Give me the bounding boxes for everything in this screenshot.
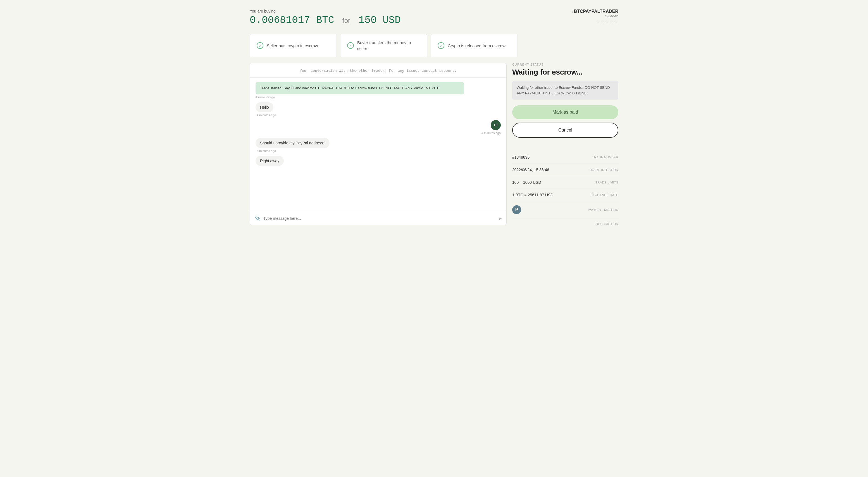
trader-country: Sweden (571, 14, 618, 18)
main-layout: Your conversation with the other trader.… (250, 63, 618, 229)
send-icon[interactable]: ➤ (498, 216, 502, 221)
payment-method-row: P PAYMENT METHOD (512, 201, 618, 218)
right-panel: CURRENT STATUS Waiting for escrow... Wai… (512, 63, 618, 229)
trade-info: #1348896 TRADE NUMBER 2022/06/24, 15:36:… (512, 151, 618, 229)
trade-limits-row: 100 – 1000 USD TRADE LIMITS (512, 176, 618, 189)
chat-input[interactable] (264, 216, 495, 221)
trader-stars: ☆☆☆☆☆ (571, 19, 618, 25)
status-section: CURRENT STATUS Waiting for escrow... Wai… (512, 63, 618, 151)
current-status-label: CURRENT STATUS (512, 63, 618, 66)
step-3-label: Crypto is released from escrow (448, 43, 505, 49)
trade-number-row: #1348896 TRADE NUMBER (512, 151, 618, 164)
trade-initiation-row: 2022/06/24, 15:36:46 TRADE INITIATION (512, 164, 618, 176)
trade-amount: 0.00681017 BTC for 150 USD (250, 14, 401, 26)
system-message-bubble: Trade started. Say Hi and wait for BTCPA… (255, 82, 464, 94)
trade-number-label: TRADE NUMBER (592, 156, 618, 159)
step-2-label: Buyer transfers the money to seller (357, 40, 420, 52)
system-message-time: 4 minutes ago (255, 96, 501, 99)
exchange-rate-row: 1 BTC = 25611.87 USD EXCHANGE RATE (512, 189, 618, 201)
bubble-hello: Hello (255, 102, 273, 112)
step-1-label: Seller puts crypto in escrow (267, 43, 318, 49)
message-right-away: Right away (255, 156, 501, 166)
trade-limits-label: TRADE LIMITS (595, 181, 618, 184)
bubble-hi-time: 4 minutes ago (482, 131, 501, 135)
escrow-notice: Waiting for other trader to Escrow Funds… (512, 81, 618, 100)
trader-name[interactable]: BTCPAYPALTRADER (571, 9, 618, 14)
header-right: BTCPAYPALTRADER Sweden ☆☆☆☆☆ (571, 9, 618, 25)
step-3-icon: ✓ (438, 42, 444, 49)
message-paypal: Should I provide my PayPal address? 4 mi… (255, 138, 501, 153)
step-card-3: ✓ Crypto is released from escrow (431, 34, 518, 57)
exchange-rate-label: EXCHANGE RATE (590, 193, 618, 197)
step-card-2: ✓ Buyer transfers the money to seller (340, 34, 427, 57)
for-word: for (342, 17, 350, 24)
exchange-rate-value: 1 BTC = 25611.87 USD (512, 193, 553, 197)
cancel-button[interactable]: Cancel (512, 123, 618, 138)
page-header: You are buying 0.00681017 BTC for 150 US… (250, 9, 618, 26)
step-card-1: ✓ Seller puts crypto in escrow (250, 34, 337, 57)
message-hello: Hello 4 minutes ago (255, 102, 501, 117)
payment-method-label: PAYMENT METHOD (588, 208, 618, 212)
header-left: You are buying 0.00681017 BTC for 150 US… (250, 9, 401, 26)
description-label: DESCRIPTION (596, 222, 618, 226)
steps-row: ✓ Seller puts crypto in escrow ✓ Buyer t… (250, 34, 518, 57)
trade-initiation-label: TRADE INITIATION (589, 168, 618, 171)
you-are-buying-label: You are buying (250, 9, 401, 13)
system-message: Trade started. Say Hi and wait for BTCPA… (255, 82, 501, 99)
fiat-amount: 150 USD (359, 14, 401, 26)
message-hi: HI 4 minutes ago (255, 120, 501, 135)
bubble-hello-time: 4 minutes ago (255, 114, 276, 117)
step-2-icon: ✓ (347, 42, 354, 49)
trade-initiation-value: 2022/06/24, 15:36:46 (512, 167, 549, 172)
chat-panel: Your conversation with the other trader.… (250, 63, 506, 225)
chat-notice: Your conversation with the other trader.… (250, 63, 506, 77)
trade-number-value: #1348896 (512, 155, 529, 159)
chat-input-row: 📎 ➤ (250, 212, 506, 225)
status-title: Waiting for escrow... (512, 68, 618, 76)
description-row: DESCRIPTION (512, 218, 618, 229)
chat-messages[interactable]: Trade started. Say Hi and wait for BTCPA… (250, 77, 506, 212)
trade-limits-value: 100 – 1000 USD (512, 180, 541, 185)
bubble-right-away: Right away (255, 156, 284, 166)
avatar-bubble-row: HI (491, 120, 501, 130)
attach-icon[interactable]: 📎 (254, 215, 260, 221)
bubble-paypal: Should I provide my PayPal address? (255, 138, 330, 148)
payment-icon: P (512, 205, 521, 214)
mark-as-paid-button[interactable]: Mark as paid (512, 105, 618, 119)
user-avatar: HI (491, 120, 501, 130)
bubble-paypal-time: 4 minutes ago (255, 149, 276, 153)
crypto-amount: 0.00681017 BTC (250, 14, 334, 26)
step-1-icon: ✓ (257, 42, 264, 49)
